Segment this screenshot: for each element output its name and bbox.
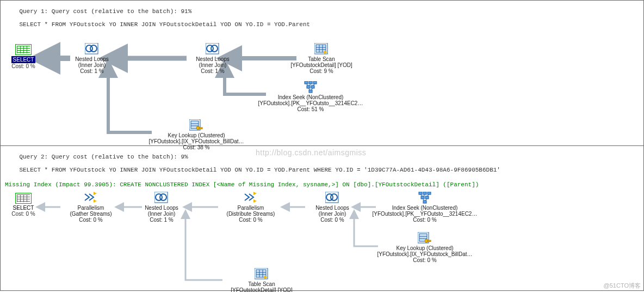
op-cost: Cost: 9 %: [262, 68, 381, 74]
nested-loops-icon: [85, 43, 99, 55]
op-label: Nested Loops: [153, 56, 273, 62]
op-sub: [YFOutstockDetail] [YOD]: [202, 287, 321, 292]
op-sub: [YFOutstock].[IX_YFOutstock_BillDat…: [137, 138, 256, 144]
key-lookup-icon: [418, 232, 432, 244]
query-cost-line: Query 2: Query cost (relative to the bat…: [19, 154, 188, 160]
op-label: Index Seek (NonClustered): [365, 205, 485, 211]
execution-plan-query-2[interactable]: Query 2: Query cost (relative to the bat…: [0, 146, 644, 291]
index-seek-icon: [418, 192, 432, 204]
op-key-lookup[interactable]: Key Lookup (Clustered) [YFOutstock].[IX_…: [365, 232, 485, 263]
table-scan-icon: [255, 268, 269, 280]
parallelism-icon: [84, 192, 98, 204]
op-table-scan[interactable]: Table Scan [YFOutstockDetail] [YOD] Cost…: [262, 43, 381, 74]
op-cost: Cost: 0 %: [365, 217, 485, 223]
brand-watermark: @51CTO博客: [604, 282, 641, 290]
op-label: Table Scan: [202, 281, 321, 287]
key-lookup-icon: [189, 119, 203, 131]
result-grid-icon: [15, 193, 32, 204]
op-nested-loops-1[interactable]: Nested Loops (Inner Join) Cost: 1 %: [32, 43, 152, 74]
table-scan-icon: [314, 43, 329, 55]
op-sub: [YFOutstockDetail] [YOD]: [262, 62, 381, 68]
op-nested-loops-2[interactable]: Nested Loops (Inner Join) Cost: 1 %: [153, 43, 273, 74]
op-sub: [YFOutstock].[IX_YFOutstock_BillDat…: [365, 251, 485, 257]
op-cost: Cost: 0 %: [365, 257, 485, 263]
query-header: Query 2: Query cost (relative to the bat…: [1, 146, 643, 181]
op-cost: Cost: 1 %: [153, 68, 273, 74]
nested-loops-icon: [154, 192, 169, 204]
op-sub: [YFOutstock].[PK__YFOutsto__3214EC2…: [365, 211, 485, 217]
op-label: Table Scan: [262, 56, 381, 62]
op-sub: (Inner Join): [32, 62, 152, 68]
plan-canvas[interactable]: SELECT Cost: 0 % Nested Loops (Inner Joi…: [1, 35, 643, 164]
op-sub: (Inner Join): [153, 62, 273, 68]
op-label: Index Seek (NonClustered): [251, 94, 370, 100]
nested-loops-icon: [325, 192, 339, 204]
missing-index-hint[interactable]: Missing Index (Impact 99.3905): CREATE N…: [1, 181, 643, 188]
query-header: Query 1: Query cost (relative to the bat…: [1, 1, 643, 35]
op-index-seek[interactable]: Index Seek (NonClustered) [YFOutstock].[…: [251, 81, 370, 112]
result-grid-icon: [15, 44, 32, 55]
op-cost: Cost: 51 %: [251, 106, 370, 112]
op-label: Key Lookup (Clustered): [137, 132, 256, 138]
op-label: Nested Loops: [32, 56, 152, 62]
query-sql-line: SELECT * FROM YFOutstock YO INNER JOIN Y…: [19, 167, 500, 173]
plan-canvas[interactable]: SELECT Cost: 0 % Parallelism (Gather Str…: [1, 188, 643, 292]
query-cost-line: Query 1: Query cost (relative to the bat…: [19, 8, 191, 15]
op-table-scan[interactable]: Table Scan [YFOutstockDetail] [YOD]: [202, 268, 321, 292]
op-index-seek[interactable]: Index Seek (NonClustered) [YFOutstock].[…: [365, 192, 485, 223]
parallelism-icon: [244, 192, 258, 204]
op-sub: [YFOutstock].[PK__YFOutsto__3214EC2…: [251, 100, 370, 106]
op-cost: Cost: 1 %: [32, 68, 152, 74]
nested-loops-icon: [206, 43, 220, 55]
op-label: Key Lookup (Clustered): [365, 245, 485, 251]
execution-plan-query-1[interactable]: Query 1: Query cost (relative to the bat…: [0, 0, 644, 146]
index-seek-icon: [304, 81, 318, 93]
query-sql-line: SELECT * FROM YFOutstock YO INNER JOIN Y…: [19, 21, 310, 28]
